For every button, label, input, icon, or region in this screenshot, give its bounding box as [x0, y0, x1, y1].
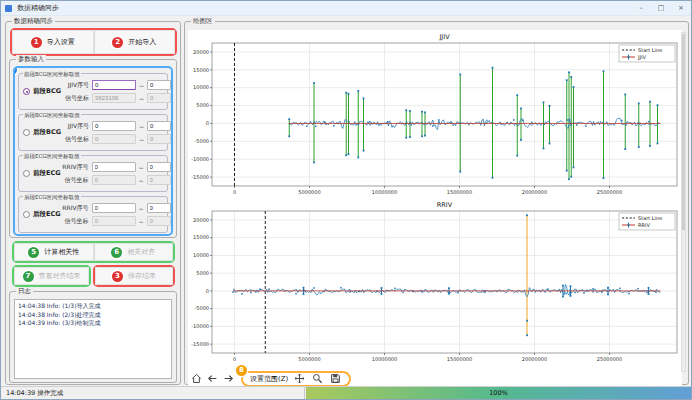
view-result-annotation-box: 7 查看对齐结果 [12, 265, 91, 287]
close-button[interactable]: × [671, 1, 691, 15]
badge-6: 6 [111, 247, 122, 258]
svg-text:15000000: 15000000 [447, 356, 472, 362]
back-icon[interactable] [206, 372, 219, 385]
param-input-from[interactable] [92, 93, 136, 103]
home-icon[interactable] [190, 372, 203, 385]
svg-text:-10000: -10000 [191, 323, 209, 329]
param-section-title: 后段ECG区间坐标取值 [23, 193, 81, 201]
param-annotation-box: 4 前段BCG区间坐标取值前段BCGJJIV序号~信号坐标~后段BCG区间坐标取… [13, 66, 173, 236]
status-message: 14:04:39 操作完成 [1, 387, 304, 399]
svg-text:-15000: -15000 [191, 174, 209, 180]
plot-scrollbar[interactable] [681, 32, 686, 372]
plot-scrollbar-thumb[interactable] [682, 34, 685, 230]
correlation-align-label: 相关对齐 [127, 247, 155, 257]
log-group-title: 日志 [16, 287, 33, 296]
radio-button[interactable] [23, 170, 30, 177]
save-result-button[interactable]: 3 保存结果 [95, 267, 173, 285]
svg-text:25000000: 25000000 [597, 189, 622, 195]
svg-text:RRIV: RRIV [437, 201, 453, 209]
calc-correlation-button[interactable]: 5 计算相关性 [14, 243, 94, 261]
view-align-result-button[interactable]: 7 查看对齐结果 [14, 267, 89, 285]
svg-text:10000: 10000 [193, 84, 209, 90]
param-input-from[interactable] [92, 203, 136, 213]
range-separator: ~ [139, 218, 144, 225]
radio-label: 前段ECG [33, 169, 61, 178]
param-input-from[interactable] [92, 80, 136, 90]
svg-text:5000: 5000 [196, 270, 209, 276]
correlation-align-button[interactable]: 6 相关对齐 [94, 243, 174, 261]
param-input-group: 参数输入 4 前段BCG区间坐标取值前段BCGJJIV序号~信号坐标~后段BCG… [9, 59, 177, 238]
param-row: 信号坐标~ [61, 134, 171, 144]
figure-canvas[interactable]: 0500000010000000150000002000000025000000… [188, 30, 682, 387]
app-window: 数据精确同步 – □ × 数据精确同步 1 导入设置 2 开始导入 参数输入 4 [0, 0, 692, 400]
start-import-label: 开始导入 [128, 37, 156, 47]
param-input-to[interactable] [147, 216, 171, 226]
param-row-label: 信号坐标 [61, 176, 89, 185]
param-input-to[interactable] [147, 80, 171, 90]
progress-bar: 100% [306, 387, 691, 399]
start-import-button[interactable]: 2 开始导入 [94, 30, 176, 54]
range-separator: ~ [139, 205, 144, 212]
svg-text:0: 0 [233, 356, 236, 362]
param-input-to[interactable] [147, 203, 171, 213]
left-panel-title: 数据精确同步 [12, 17, 55, 26]
param-input-from[interactable] [92, 134, 136, 144]
pan-icon[interactable] [293, 372, 306, 385]
save-icon[interactable] [329, 372, 342, 385]
radio-option[interactable]: 后段ECG [19, 210, 61, 219]
param-row: 信号坐标~ [61, 216, 171, 226]
import-settings-button[interactable]: 1 导入设置 [12, 30, 94, 54]
maximize-button[interactable]: □ [651, 1, 671, 15]
param-group-title: 参数输入 [16, 55, 46, 64]
log-line: 14:04:39 Info: (3/3)绘制完成 [18, 319, 168, 328]
radio-label: 后段BCG [33, 128, 61, 137]
param-section: 前段ECG区间坐标取值前段ECGRRIV序号~信号坐标~ [18, 155, 168, 192]
param-row-label: JJIV序号 [61, 122, 89, 131]
radio-option[interactable]: 前段ECG [19, 169, 61, 178]
zoom-icon[interactable] [311, 372, 324, 385]
svg-text:Start Line: Start Line [638, 47, 662, 53]
set-range-button[interactable]: 设置范围(Z) [250, 374, 288, 384]
param-input-from[interactable] [92, 162, 136, 172]
param-row: RRIV序号~ [61, 162, 171, 172]
radio-label: 后段ECG [33, 210, 61, 219]
badge-2: 2 [112, 37, 123, 48]
param-section: 后段BCG区间坐标取值后段BCGJJIV序号~信号坐标~ [18, 114, 168, 151]
svg-text:JJIV: JJIV [637, 54, 646, 60]
badge-1: 1 [31, 37, 42, 48]
log-area[interactable]: 14:04:38 Info: (1/3)导入完成14:04:38 Info: (… [14, 299, 172, 379]
svg-text:0: 0 [206, 288, 209, 294]
svg-text:5000000: 5000000 [298, 189, 320, 195]
svg-text:0: 0 [233, 189, 236, 195]
radio-button[interactable] [23, 88, 30, 95]
param-section-title: 前段ECG区间坐标取值 [23, 152, 81, 160]
plot-toolbar: 8 设置范围(Z) [190, 370, 351, 387]
param-input-from[interactable] [92, 216, 136, 226]
forward-icon[interactable] [222, 372, 235, 385]
param-row: JJIV序号~ [61, 121, 171, 131]
param-section-title: 后段BCG区间坐标取值 [23, 111, 81, 119]
param-input-to[interactable] [147, 134, 171, 144]
range-separator: ~ [139, 82, 144, 89]
badge-3: 3 [112, 271, 123, 282]
param-input-to[interactable] [147, 121, 171, 131]
minimize-button[interactable]: – [631, 1, 651, 15]
svg-text:15000000: 15000000 [447, 189, 472, 195]
radio-option[interactable]: 前段BCG [19, 87, 61, 96]
calc-correlation-label: 计算相关性 [44, 247, 79, 257]
radio-button[interactable] [23, 211, 30, 218]
param-input-to[interactable] [147, 175, 171, 185]
radio-button[interactable] [23, 129, 30, 136]
app-icon [5, 5, 12, 12]
param-input-from[interactable] [92, 175, 136, 185]
left-panel-group: 数据精确同步 1 导入设置 2 开始导入 参数输入 4 前段BCG区间坐标取值前… [5, 21, 181, 385]
badge-7: 7 [23, 271, 34, 282]
chart-jjiv[interactable]: 0500000010000000150000002000000025000000… [188, 31, 682, 205]
plot-panel-title: 绘图区 [191, 17, 215, 26]
param-input-to[interactable] [147, 162, 171, 172]
param-input-to[interactable] [147, 93, 171, 103]
param-input-from[interactable] [92, 121, 136, 131]
chart-rriv[interactable]: 0500000010000000150000002000000025000000… [188, 201, 682, 374]
radio-option[interactable]: 后段BCG [19, 128, 61, 137]
import-settings-label: 导入设置 [47, 37, 75, 47]
